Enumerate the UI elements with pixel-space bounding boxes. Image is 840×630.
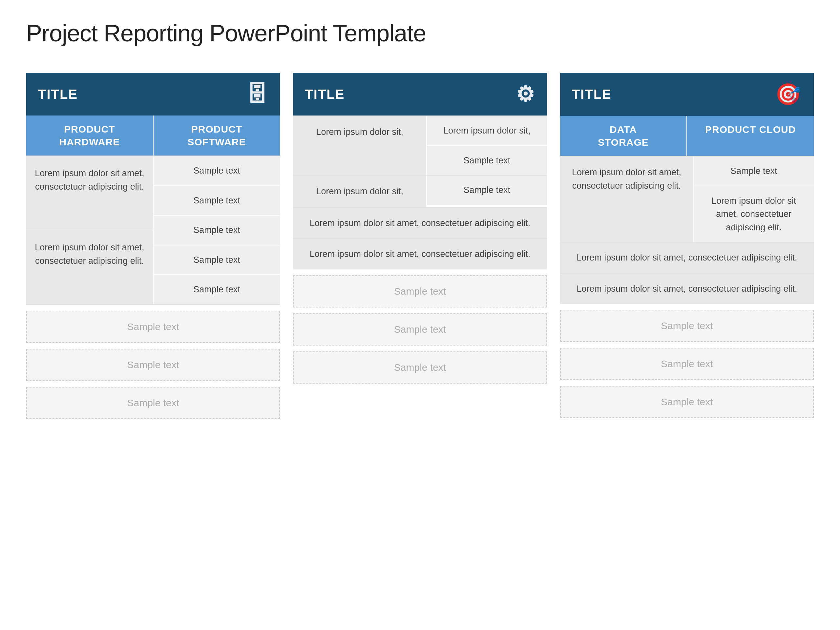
col2-top-section: Lorem ipsum dolor sit, Lorem ipsum dolor…	[293, 115, 547, 175]
col1-header-title: TITLE	[38, 87, 78, 102]
col2-sample-2: Sample text	[293, 313, 547, 346]
col1-sample-1: Sample text	[26, 311, 280, 343]
col2-sample-3: Sample text	[293, 351, 547, 384]
col1-subheader-left: PRODUCTHARDWARE	[26, 115, 153, 156]
col3-full-row-2: Lorem ipsum dolor sit amet, consectetuer…	[560, 273, 814, 304]
col1-right-cell-1: Sample text	[153, 156, 280, 186]
col2-mid-right-cell: Sample text	[427, 175, 547, 205]
col3-full-row-1: Lorem ipsum dolor sit amet, consectetuer…	[560, 242, 814, 273]
col3-sample-2: Sample text	[560, 348, 814, 380]
col3-sample-3: Sample text	[560, 386, 814, 418]
col3-header: TITLE 🎯	[560, 73, 814, 116]
col1-right-cell-4: Sample text	[153, 245, 280, 275]
col2-header: TITLE ⚙	[293, 73, 547, 115]
col1-subheader-right: PRODUCTSOFTWARE	[153, 115, 280, 156]
column-2: TITLE ⚙ Lorem ipsum dolor sit, Lorem ips…	[293, 73, 547, 384]
col2-top-right-top: Lorem ipsum dolor sit,	[427, 116, 547, 146]
col1-sample-3: Sample text	[26, 387, 280, 419]
col2-top-left: Lorem ipsum dolor sit,	[293, 116, 427, 175]
database-icon: 🗄	[246, 82, 268, 106]
col2-mid-right: Sample text	[427, 175, 547, 207]
col2-header-title: TITLE	[305, 87, 344, 102]
col2-mid-section: Lorem ipsum dolor sit, Sample text	[293, 175, 547, 207]
col2-full-row-2: Lorem ipsum dolor sit amet, consectetuer…	[293, 238, 547, 269]
gear-icon: ⚙	[516, 82, 535, 106]
col3-right-mid: Lorem ipsum dolor sit amet, consectetuer…	[694, 186, 814, 242]
col2-top-right-mid: Sample text	[427, 146, 547, 175]
col3-subheader-left: DATASTORAGE	[560, 116, 687, 156]
column-1: TITLE 🗄 PRODUCTHARDWARE PRODUCTSOFTWARE …	[26, 73, 280, 419]
col2-full-row-1: Lorem ipsum dolor sit amet, consectetuer…	[293, 207, 547, 238]
col1-left-cells: Lorem ipsum dolor sit amet, consectetuer…	[26, 156, 153, 304]
page-title: Project Reporting PowerPoint Template	[26, 20, 814, 47]
col1-right-cell-5: Sample text	[153, 275, 280, 304]
target-icon: 🎯	[775, 82, 802, 107]
col1-right-cell-2: Sample text	[153, 186, 280, 216]
col3-header-title: TITLE	[572, 87, 612, 102]
col3-left-cell: Lorem ipsum dolor sit amet, consectetuer…	[560, 156, 694, 242]
col3-subheader-right: PRODUCT CLOUD	[687, 116, 814, 156]
col3-subheader-row: DATASTORAGE PRODUCT CLOUD	[560, 116, 814, 156]
column-3: TITLE 🎯 DATASTORAGE PRODUCT CLOUD Lorem …	[560, 73, 814, 418]
col2-mid-left: Lorem ipsum dolor sit,	[293, 175, 427, 207]
col3-right-stacked: Sample text Lorem ipsum dolor sit amet, …	[694, 156, 814, 242]
col2-top-right: Lorem ipsum dolor sit, Sample text	[427, 116, 547, 175]
col1-sample-2: Sample text	[26, 349, 280, 381]
col3-right-top: Sample text	[694, 156, 814, 186]
columns-wrapper: TITLE 🗄 PRODUCTHARDWARE PRODUCTSOFTWARE …	[26, 73, 814, 419]
col3-body: Lorem ipsum dolor sit amet, consectetuer…	[560, 156, 814, 242]
col2-sample-1: Sample text	[293, 275, 547, 308]
col3-sample-1: Sample text	[560, 310, 814, 342]
col1-right-cell-3: Sample text	[153, 216, 280, 245]
col1-right-cells: Sample text Sample text Sample text Samp…	[153, 156, 280, 304]
col1-left-cell-1: Lorem ipsum dolor sit amet, consectetuer…	[26, 156, 153, 231]
col1-subheader-row: PRODUCTHARDWARE PRODUCTSOFTWARE	[26, 115, 280, 156]
col1-header: TITLE 🗄	[26, 73, 280, 115]
col1-left-cell-2: Lorem ipsum dolor sit amet, consectetuer…	[26, 231, 153, 304]
col1-body: Lorem ipsum dolor sit amet, consectetuer…	[26, 156, 280, 305]
